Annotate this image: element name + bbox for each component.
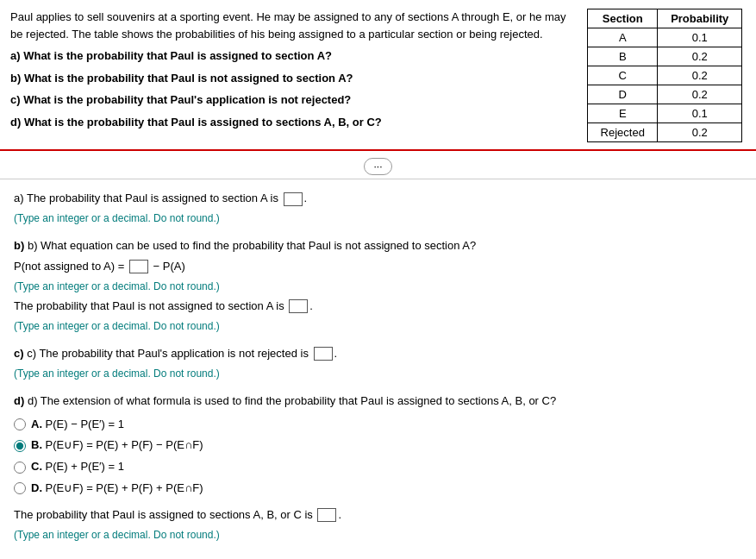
b-result-input[interactable] — [289, 299, 308, 313]
d-result-input[interactable] — [317, 508, 336, 522]
question-c: c) What is the probability that Paul's a… — [10, 91, 577, 109]
radio-option-A[interactable] — [14, 418, 26, 430]
answer-c-input[interactable] — [314, 347, 333, 361]
table-cell: D — [588, 85, 658, 104]
radio-row-D[interactable]: D. P(E∪F) = P(E) + P(F) + P(E∩F) — [14, 480, 742, 498]
table-cell: 0.1 — [658, 28, 742, 47]
answer-a-input[interactable] — [284, 192, 303, 206]
options-container: A. P(E) − P(E′) = 1B. P(E∪F) = P(E) + P(… — [14, 416, 742, 498]
table-cell: Rejected — [588, 123, 658, 142]
answer-block-c: c) c) The probability that Paul's applic… — [14, 345, 742, 382]
table-cell: 0.2 — [658, 47, 742, 66]
radio-label-C: C. P(E) + P(E′) = 1 — [31, 458, 124, 476]
answer-c-hint: (Type an integer or a decimal. Do not ro… — [14, 366, 742, 382]
table-header-section: Section — [588, 9, 658, 28]
answer-block-b: b) b) What equation can be used to find … — [14, 237, 742, 335]
radio-option-B[interactable] — [14, 440, 26, 452]
table-cell: 0.2 — [658, 123, 742, 142]
intro-text: Paul applies to sell souvenirs at a spor… — [10, 9, 577, 42]
table-header-probability: Probability — [658, 9, 742, 28]
probability-table: Section Probability A0.1B0.2C0.2D0.2E0.1… — [587, 9, 742, 142]
table-cell: E — [588, 104, 658, 123]
answer-block-a: a) The probability that Paul is assigned… — [14, 190, 742, 227]
radio-label-B: B. P(E∪F) = P(E) + P(F) − P(E∩F) — [31, 437, 203, 455]
question-b: b) What is the probability that Paul is … — [10, 70, 577, 87]
answer-c-label: c) c) The probability that Paul's applic… — [14, 345, 742, 363]
top-section: Paul applies to sell souvenirs at a spor… — [0, 0, 756, 151]
question-d: d) What is the probability that Paul is … — [10, 114, 577, 131]
table-cell: 0.2 — [658, 66, 742, 85]
answer-d-result-hint: (Type an integer or a decimal. Do not ro… — [14, 527, 742, 543]
radio-option-C[interactable] — [14, 462, 26, 474]
answer-d-title: d) d) The extension of what formula is u… — [14, 393, 742, 411]
answer-b-title: b) b) What equation can be used to find … — [14, 237, 742, 255]
b-equation-input[interactable] — [129, 260, 148, 273]
answer-a-hint: (Type an integer or a decimal. Do not ro… — [14, 210, 742, 227]
answer-b-hint: (Type an integer or a decimal. Do not ro… — [14, 279, 742, 295]
answer-b-equation: P(not assigned to A) = − P(A) — [14, 258, 742, 276]
answer-block-d: d) d) The extension of what formula is u… — [14, 393, 742, 543]
table-cell: B — [588, 47, 658, 66]
answer-a-label: a) The probability that Paul is assigned… — [14, 190, 742, 208]
radio-row-C[interactable]: C. P(E) + P(E′) = 1 — [14, 458, 742, 476]
ellipsis-row: ··· — [0, 151, 756, 179]
radio-option-D[interactable] — [14, 482, 26, 494]
radio-row-B[interactable]: B. P(E∪F) = P(E) + P(F) − P(E∩F) — [14, 437, 742, 455]
table-cell: C — [588, 66, 658, 85]
problem-text: Paul applies to sell souvenirs at a spor… — [0, 9, 587, 142]
answer-b-result-hint: (Type an integer or a decimal. Do not ro… — [14, 318, 742, 335]
question-a: a) What is the probability that Paul is … — [10, 47, 577, 65]
answers-section: a) The probability that Paul is assigned… — [0, 179, 756, 559]
radio-label-D: D. P(E∪F) = P(E) + P(F) + P(E∩F) — [31, 480, 203, 498]
table-cell: 0.1 — [658, 104, 742, 123]
ellipsis-button[interactable]: ··· — [364, 158, 391, 175]
table-cell: 0.2 — [658, 85, 742, 104]
radio-row-A[interactable]: A. P(E) − P(E′) = 1 — [14, 416, 742, 434]
answer-d-result-label: The probability that Paul is assigned to… — [14, 506, 742, 524]
answer-b-result-label: The probability that Paul is not assigne… — [14, 298, 742, 316]
radio-label-A: A. P(E) − P(E′) = 1 — [31, 416, 124, 434]
table-cell: A — [588, 28, 658, 47]
